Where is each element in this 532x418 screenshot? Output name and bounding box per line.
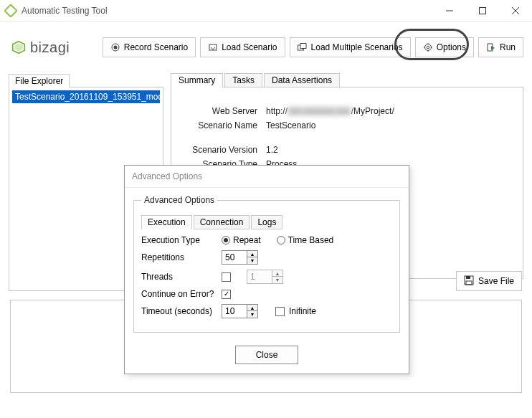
svg-marker-5 — [14, 43, 23, 52]
repetitions-input[interactable] — [222, 251, 247, 264]
gear-icon — [423, 42, 433, 52]
run-icon — [486, 42, 496, 52]
spin-down-icon: ▼ — [272, 277, 282, 283]
app-icon — [4, 4, 18, 18]
spin-up-icon[interactable]: ▲ — [247, 251, 257, 257]
tab-data-assertions[interactable]: Data Assertions — [264, 73, 340, 87]
radio-time-based[interactable]: Time Based — [277, 235, 334, 245]
load-label: Load Scenario — [222, 42, 277, 52]
fieldset-legend: Advanced Options — [141, 195, 217, 205]
load-multiple-button[interactable]: Load Multiple Scenarios — [290, 37, 411, 57]
svg-point-12 — [427, 46, 429, 49]
radio-icon — [222, 236, 230, 244]
svg-rect-1 — [480, 7, 486, 14]
record-label: Record Scenario — [124, 42, 188, 52]
load-multiple-label: Load Multiple Scenarios — [311, 42, 403, 52]
scenario-version-label: Scenario Version — [186, 145, 266, 155]
scenario-name-label: Scenario Name — [186, 120, 266, 130]
file-explorer-label: File Explorer — [9, 74, 70, 87]
file-item[interactable]: TestScenario_20161109_153951_mod — [12, 90, 160, 103]
dialog-tabs: Execution Connection Logs — [141, 215, 392, 229]
infinite-label: Inifinite — [289, 306, 316, 316]
timeout-spinner[interactable]: ▲▼ — [222, 304, 258, 318]
close-button[interactable]: Close — [235, 346, 298, 364]
dialog-title: Advanced Options — [125, 166, 409, 188]
threads-input — [247, 270, 272, 283]
spin-down-icon[interactable]: ▼ — [247, 257, 257, 264]
record-icon — [110, 42, 120, 52]
options-label: Options — [437, 42, 466, 52]
summary-tabs: Summary Tasks Data Assertions — [171, 73, 523, 87]
load-icon — [208, 42, 218, 52]
svg-rect-21 — [466, 281, 472, 285]
repetitions-spinner[interactable]: ▲▼ — [222, 250, 258, 265]
svg-rect-20 — [466, 276, 470, 279]
timeout-input[interactable] — [222, 305, 247, 318]
brand-logo: bizagi — [11, 39, 70, 56]
tab-execution[interactable]: Execution — [141, 215, 192, 229]
load-multiple-icon — [298, 42, 308, 52]
save-file-button[interactable]: Save File — [456, 271, 522, 291]
close-button[interactable] — [499, 0, 532, 22]
run-label: Run — [500, 42, 516, 52]
scenario-version-value: 1.2 — [266, 145, 278, 155]
toolbar: bizagi Record Scenario Load Scenario Loa… — [9, 32, 523, 63]
window-title: Automatic Testing Tool — [22, 6, 433, 16]
timeout-label: Timeout (seconds) — [141, 306, 222, 316]
threads-spinner: ▲▼ — [247, 270, 283, 284]
minimize-button[interactable] — [433, 0, 466, 22]
svg-point-7 — [113, 46, 117, 49]
logo-text: bizagi — [30, 39, 70, 56]
maximize-button[interactable] — [466, 0, 499, 22]
record-scenario-button[interactable]: Record Scenario — [103, 37, 196, 57]
continue-on-error-checkbox[interactable] — [222, 290, 231, 299]
advanced-options-fieldset: Advanced Options Execution Connection Lo… — [133, 195, 400, 333]
options-button[interactable]: Options — [415, 37, 474, 57]
radio-icon — [277, 236, 285, 244]
advanced-options-dialog: Advanced Options Advanced Options Execut… — [124, 165, 409, 374]
tab-connection[interactable]: Connection — [194, 215, 250, 229]
execution-type-label: Execution Type — [141, 235, 222, 245]
spin-down-icon[interactable]: ▼ — [247, 311, 257, 318]
spin-up-icon: ▲ — [272, 270, 282, 277]
web-server-label: Web Server — [186, 106, 266, 116]
load-scenario-button[interactable]: Load Scenario — [200, 37, 285, 57]
threads-label: Threads — [141, 272, 222, 282]
spin-up-icon[interactable]: ▲ — [247, 305, 257, 311]
logo-icon — [11, 40, 26, 54]
save-icon — [464, 275, 474, 288]
radio-repeat[interactable]: Repeat — [222, 235, 261, 245]
svg-point-11 — [424, 44, 431, 51]
tab-logs[interactable]: Logs — [251, 215, 282, 229]
save-file-label: Save File — [478, 276, 514, 286]
threads-checkbox[interactable] — [222, 272, 231, 282]
web-server-value: http://xxx.xxxxxxx.xxx/MyProject/ — [266, 106, 394, 116]
repetitions-label: Repetitions — [141, 252, 222, 262]
infinite-checkbox[interactable] — [275, 307, 285, 316]
svg-rect-10 — [300, 44, 306, 49]
continue-on-error-label: Continue on Error? — [141, 289, 222, 299]
tab-tasks[interactable]: Tasks — [224, 73, 262, 87]
tab-summary[interactable]: Summary — [171, 73, 223, 87]
title-bar: Automatic Testing Tool — [0, 0, 532, 22]
run-button[interactable]: Run — [478, 37, 523, 57]
scenario-name-value: TestScenario — [266, 120, 315, 130]
